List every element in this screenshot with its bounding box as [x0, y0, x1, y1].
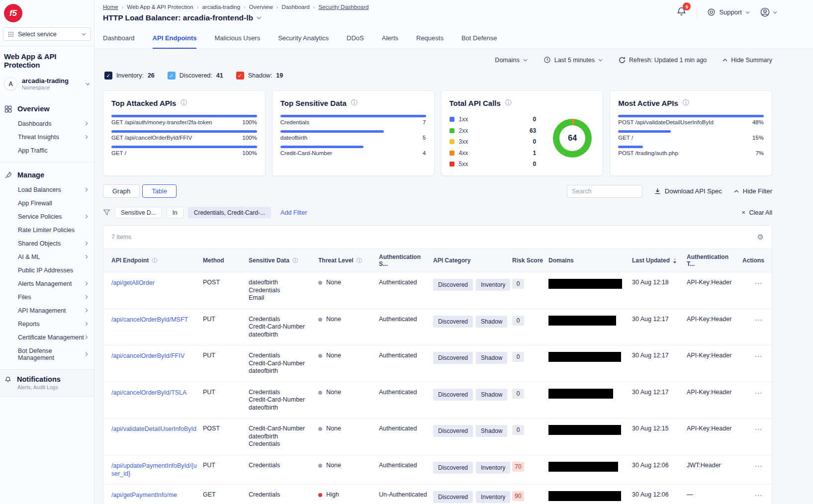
endpoint-link[interactable]: /api/cancelOrderById/TSLA	[111, 389, 186, 397]
time-range-dropdown[interactable]: Last 5 minutes	[543, 56, 603, 64]
table-row[interactable]: /api/cancelOrderById/MSFT PUT Credential…	[103, 309, 772, 346]
info-icon[interactable]: ⓘ	[683, 98, 689, 107]
content-area: Domains Last 5 minutes Refresh: Updated …	[94, 49, 813, 504]
filter-value-pill[interactable]: Credentials, Credit-Card-...	[188, 207, 271, 218]
sidebar-item[interactable]: Alerts Management	[0, 277, 94, 290]
column-header[interactable]: Risk Score ⓘ	[512, 249, 548, 272]
tab[interactable]: Security Analytics	[278, 28, 329, 49]
add-filter-button[interactable]: Add Filter	[280, 209, 307, 216]
chevron-down-icon[interactable]	[257, 16, 262, 19]
column-header[interactable]: Authentication T... ⓘ	[687, 249, 742, 272]
search-input[interactable]	[567, 185, 642, 198]
tab[interactable]: DDoS	[347, 28, 364, 49]
sidebar-item[interactable]: AI & ML	[0, 250, 94, 263]
breadcrumb-item[interactable]: Home	[103, 4, 118, 10]
tab[interactable]: Requests	[416, 28, 444, 49]
sidebar-item[interactable]: Public IP Addresses	[0, 263, 94, 277]
select-service-dropdown[interactable]: Select service	[3, 27, 91, 41]
category-filter-checkbox[interactable]: ✓ Inventory: 26	[104, 72, 155, 80]
download-api-spec-button[interactable]: Download API Spec	[654, 187, 722, 195]
table-row[interactable]: /api/validateDetailUserInfoById POST Cre…	[103, 419, 772, 455]
breadcrumb-item[interactable]: Security Dashboard	[318, 4, 368, 10]
account-menu[interactable]	[760, 7, 777, 17]
domains-dropdown[interactable]: Domains	[495, 57, 527, 64]
bar-label: POST /trading/auth.php	[618, 150, 678, 156]
info-icon[interactable]: ⓘ	[505, 98, 512, 107]
column-header[interactable]: Actions ⓘ	[742, 249, 764, 272]
hide-filter-toggle[interactable]: Hide Filter	[734, 187, 772, 195]
row-actions-button[interactable]: ⋯	[755, 462, 763, 470]
row-actions-button[interactable]: ⋯	[755, 279, 763, 287]
f5-logo[interactable]: f5	[4, 4, 22, 22]
sort-icon[interactable]	[673, 258, 677, 263]
refresh-button[interactable]: Refresh: Updated 1 min ago	[619, 57, 707, 64]
endpoint-link[interactable]: /api/getAllOrder	[111, 279, 155, 287]
column-header[interactable]: Method ⓘ	[203, 249, 249, 272]
sidebar-item[interactable]: Threat Insights	[0, 130, 94, 144]
endpoint-link[interactable]: /api/validateDetailUserInfoById	[111, 425, 196, 433]
breadcrumb-item[interactable]: arcadia-trading	[202, 4, 240, 10]
endpoint-link[interactable]: /api/getPaymentInfo/me	[111, 491, 177, 499]
breadcrumb-item[interactable]: Dashboard	[281, 4, 309, 10]
endpoint-link[interactable]: /api/updatePaymentInfoById/{user_id}	[111, 462, 198, 478]
table-row[interactable]: /api/cancelOrderById/FFIV PUT Credential…	[103, 345, 772, 382]
column-header[interactable]: Authentication S... ⓘ	[379, 249, 433, 272]
tab[interactable]: Dashboard	[103, 28, 135, 49]
table-row[interactable]: /api/updatePaymentInfoById/{user_id} PUT…	[103, 455, 772, 485]
sidebar-item[interactable]: Service Policies	[0, 210, 94, 223]
clear-all-button[interactable]: ✕ Clear All	[741, 209, 772, 216]
sidebar-item[interactable]: Reports	[0, 317, 94, 331]
sidebar-item[interactable]: Files	[0, 290, 94, 304]
graph-view-button[interactable]: Graph	[103, 184, 140, 198]
sidebar-item[interactable]: API Management	[0, 304, 94, 317]
tab[interactable]: Alerts	[382, 28, 398, 49]
breadcrumb-item[interactable]: Overview	[249, 4, 273, 10]
sidebar-item[interactable]: Dashboards	[0, 117, 94, 130]
table-settings-gear-icon[interactable]: ⚙	[757, 233, 764, 242]
row-actions-button[interactable]: ⋯	[755, 316, 763, 324]
table-view-button[interactable]: Table	[142, 184, 177, 198]
hide-summary-toggle[interactable]: Hide Summary	[723, 57, 772, 64]
category-filter-checkbox[interactable]: ✓ Shadow: 19	[236, 72, 283, 80]
endpoint-link[interactable]: /api/cancelOrderById/MSFT	[111, 316, 188, 324]
sidebar-item[interactable]: App Traffic	[0, 144, 94, 157]
tab[interactable]: API Endpoints	[153, 28, 197, 49]
last-updated-cell: 30 Aug 12:15	[632, 419, 687, 455]
column-header[interactable]: Threat Level ⓘ	[318, 249, 379, 272]
filter-field-pill[interactable]: Sensitive D...	[115, 207, 162, 218]
sidebar-item[interactable]: Certificate Management	[0, 331, 94, 344]
tab[interactable]: Bot Defense	[461, 28, 497, 49]
endpoint-link[interactable]: /api/cancelOrderById/FFIV	[111, 352, 184, 360]
breadcrumb-item[interactable]: Web App & API Protection	[127, 4, 193, 10]
sidebar-item[interactable]: Load Balancers	[0, 183, 94, 196]
sidebar-item[interactable]: App Firewall	[0, 196, 94, 210]
row-actions-button[interactable]: ⋯	[755, 425, 763, 433]
column-header[interactable]: Sensitive Data ⓘ	[249, 249, 318, 272]
tab[interactable]: Malicious Users	[214, 28, 260, 49]
row-actions-button[interactable]: ⋯	[755, 352, 763, 360]
notifications-bell-button[interactable]: 5	[676, 6, 687, 18]
column-header[interactable]: Domains ⓘ	[548, 249, 632, 272]
column-header[interactable]: API Category ⓘ	[433, 249, 512, 272]
info-icon[interactable]: ⓘ	[351, 98, 358, 107]
support-menu[interactable]: Support	[707, 8, 750, 16]
sidebar-item[interactable]: Rate Limiter Policies	[0, 223, 94, 237]
manage-section-header[interactable]: Manage	[0, 167, 94, 183]
column-header[interactable]: Last Updated ⓘ	[632, 249, 687, 272]
table-row[interactable]: /api/getPaymentInfo/me GET Credentials H…	[103, 485, 772, 504]
table-row[interactable]: /api/getAllOrder POST dateofbirthCredent…	[103, 272, 772, 309]
notifications-section[interactable]: Notifications Alerts, Audit Logs	[0, 370, 94, 397]
namespace-selector[interactable]: A arcadia-trading Namespace	[0, 71, 94, 96]
filter-operator-pill[interactable]: In	[167, 207, 183, 218]
chevron-down-icon	[523, 59, 528, 62]
row-actions-button[interactable]: ⋯	[755, 491, 763, 500]
category-filter-checkbox[interactable]: ✓ Discovered: 41	[168, 72, 223, 80]
overview-section-header[interactable]: Overview	[0, 101, 94, 117]
sidebar-item[interactable]: Shared Objects	[0, 237, 94, 250]
table-row[interactable]: /api/cancelOrderById/TSLA PUT Credential…	[103, 382, 772, 419]
info-icon[interactable]: ⓘ	[181, 98, 187, 107]
row-actions-button[interactable]: ⋯	[755, 389, 763, 397]
column-header[interactable]: API Endpoint ⓘ	[111, 249, 203, 272]
sidebar-item[interactable]: Bot Defense Management	[0, 344, 94, 364]
bar	[618, 115, 764, 117]
